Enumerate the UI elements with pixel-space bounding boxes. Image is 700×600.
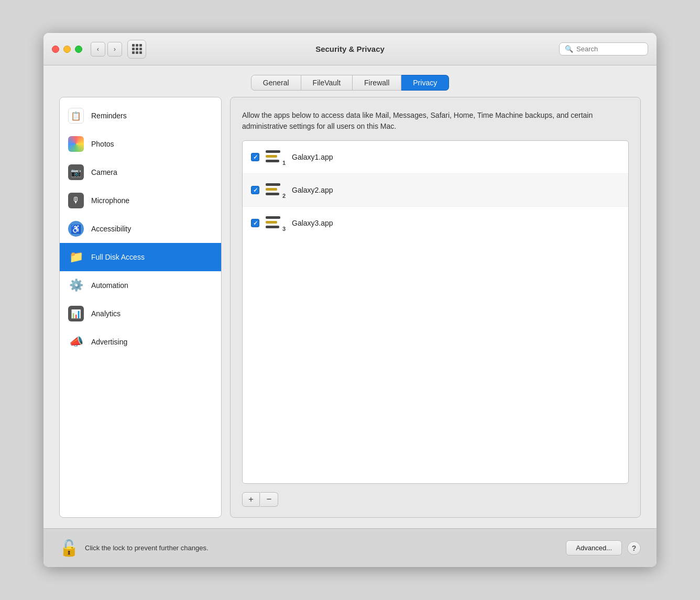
app2-icon: 2: [266, 181, 286, 199]
sidebar-item-accessibility[interactable]: ♿ Accessibility: [60, 215, 221, 243]
nav-buttons: ‹ ›: [91, 42, 122, 57]
folder-icon: 📁: [67, 248, 85, 266]
sidebar-item-label: Reminders: [91, 112, 127, 120]
accessibility-icon: ♿: [67, 220, 85, 238]
tab-privacy[interactable]: Privacy: [401, 75, 449, 91]
sidebar-item-advertising[interactable]: 📣 Advertising: [60, 328, 221, 356]
forward-button[interactable]: ›: [107, 42, 122, 57]
checkmark-icon: ✓: [253, 187, 258, 194]
sidebar-item-label: Accessibility: [91, 225, 131, 233]
photos-icon: [67, 135, 85, 153]
remove-app-button[interactable]: −: [260, 492, 278, 507]
lock-area[interactable]: 🔓 Click the lock to prevent further chan…: [59, 540, 566, 556]
app1-num: 1: [282, 160, 286, 166]
app3-num: 3: [282, 226, 286, 232]
sidebar-item-photos[interactable]: Photos: [60, 130, 221, 158]
list-actions: + −: [242, 492, 629, 507]
app3-icon: 3: [266, 214, 286, 232]
tab-general[interactable]: General: [251, 75, 301, 91]
bottom-right: Advanced... ?: [566, 540, 641, 555]
search-input[interactable]: [576, 45, 642, 53]
app2-name: Galaxy2.app: [292, 186, 333, 194]
app2-checkbox[interactable]: ✓: [251, 186, 259, 194]
mic-icon: 🎙: [67, 192, 85, 209]
sidebar-item-automation[interactable]: ⚙️ Automation: [60, 271, 221, 299]
close-button[interactable]: [52, 46, 59, 53]
sidebar-item-full-disk-access[interactable]: 📁 Full Disk Access: [60, 243, 221, 271]
sidebar-item-label: Camera: [91, 168, 117, 176]
gear-icon: ⚙️: [67, 276, 85, 294]
sidebar-item-analytics[interactable]: 📊 Analytics: [60, 299, 221, 328]
minimize-button[interactable]: [63, 46, 71, 53]
sidebar-item-camera[interactable]: 📷 Camera: [60, 158, 221, 186]
add-app-button[interactable]: +: [242, 492, 260, 507]
lock-text: Click the lock to prevent further change…: [85, 544, 209, 552]
search-box[interactable]: 🔍: [559, 42, 648, 55]
sidebar: 📋 Reminders Photos 📷 Camera 🎙: [59, 97, 222, 518]
bottom-bar: 🔓 Click the lock to prevent further chan…: [43, 528, 657, 567]
traffic-lights: [52, 46, 82, 53]
right-panel: Allow the apps below to access data like…: [230, 97, 641, 518]
description-text: Allow the apps below to access data like…: [242, 110, 629, 132]
sidebar-item-label: Photos: [91, 140, 114, 148]
tab-firewall[interactable]: Firewall: [353, 75, 401, 91]
app1-checkbox[interactable]: ✓: [251, 153, 259, 161]
camera-icon: 📷: [67, 163, 85, 181]
app1-icon: 1: [266, 148, 286, 166]
grid-button[interactable]: [127, 40, 146, 59]
table-row[interactable]: ✓ 3 Galaxy3.app: [243, 207, 628, 239]
maximize-button[interactable]: [75, 46, 82, 53]
sidebar-item-label: Microphone: [91, 196, 129, 205]
analytics-icon: 📊: [67, 305, 85, 323]
sidebar-item-microphone[interactable]: 🎙 Microphone: [60, 186, 221, 215]
grid-icon: [132, 44, 142, 54]
app1-name: Galaxy1.app: [292, 153, 333, 161]
main-content: 📋 Reminders Photos 📷 Camera 🎙: [43, 97, 657, 528]
help-button[interactable]: ?: [627, 541, 641, 555]
advanced-button[interactable]: Advanced...: [566, 540, 622, 555]
checkmark-icon: ✓: [253, 220, 258, 227]
lock-icon: 🔓: [59, 540, 79, 556]
back-button[interactable]: ‹: [91, 42, 105, 57]
window-title: Security & Privacy: [315, 45, 385, 53]
table-row[interactable]: ✓ 1 Galaxy1.app: [243, 141, 628, 174]
apps-list: ✓ 1 Galaxy1.app ✓: [242, 140, 629, 484]
table-row[interactable]: ✓ 2 Galaxy2.app: [243, 174, 628, 207]
sidebar-item-label: Advertising: [91, 338, 127, 346]
advertising-icon: 📣: [67, 333, 85, 351]
tab-filevault[interactable]: FileVault: [301, 75, 353, 91]
app3-checkbox[interactable]: ✓: [251, 219, 259, 227]
sidebar-item-label: Full Disk Access: [91, 253, 145, 261]
app3-name: Galaxy3.app: [292, 219, 333, 227]
search-icon: 🔍: [565, 45, 573, 53]
main-window: ‹ › Security & Privacy 🔍 General FileVau…: [43, 33, 657, 567]
app2-num: 2: [282, 193, 286, 199]
reminders-icon: 📋: [67, 107, 85, 125]
tabs-row: General FileVault Firewall Privacy: [43, 65, 657, 97]
checkmark-icon: ✓: [253, 154, 258, 161]
sidebar-item-reminders[interactable]: 📋 Reminders: [60, 102, 221, 130]
sidebar-item-label: Automation: [91, 281, 128, 290]
titlebar: ‹ › Security & Privacy 🔍: [43, 33, 657, 65]
sidebar-item-label: Analytics: [91, 309, 121, 318]
